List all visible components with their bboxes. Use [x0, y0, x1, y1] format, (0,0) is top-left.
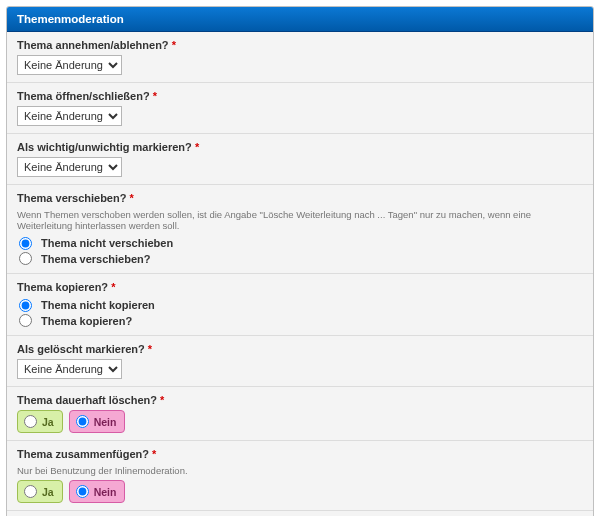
radio-copy-yes[interactable]: Thema kopieren? [17, 313, 583, 329]
label-copy: Thema kopieren? * [17, 281, 583, 297]
pill-no-text: Nein [94, 416, 117, 428]
row-move: Thema verschieben? * Wenn Themen verscho… [7, 184, 593, 273]
select-important[interactable]: Keine Änderung [17, 157, 122, 177]
select-approve[interactable]: Keine Änderung [17, 55, 122, 75]
label-harddel-text: Thema dauerhaft löschen? [17, 394, 157, 406]
label-move: Thema verschieben? * [17, 192, 583, 208]
select-openclose[interactable]: Keine Änderung [17, 106, 122, 126]
label-move-text: Thema verschieben? [17, 192, 126, 204]
label-deleted-text: Als gelöscht markieren? [17, 343, 145, 355]
panel-header: Themenmoderation [7, 7, 593, 32]
row-harddel: Thema dauerhaft löschen? * Ja Nein [7, 386, 593, 440]
pill-merge-yes[interactable]: Ja [17, 480, 63, 503]
required-mark: * [195, 141, 199, 153]
radio-copy-no-label: Thema nicht kopieren [41, 299, 155, 311]
panel-body: Thema annehmen/ablehnen? * Keine Änderun… [7, 32, 593, 516]
row-openclose: Thema öffnen/schließen? * Keine Änderung [7, 82, 593, 133]
desc-merge: Nur bei Benutzung der Inlinemoderation. [17, 465, 583, 476]
pill-harddel-yes[interactable]: Ja [17, 410, 63, 433]
select-deleted[interactable]: Keine Änderung [17, 359, 122, 379]
label-deleted: Als gelöscht markieren? * [17, 343, 583, 359]
radio-copy-no[interactable]: Thema nicht kopieren [17, 297, 583, 313]
pill-yes-text: Ja [42, 486, 54, 498]
label-merge-text: Thema zusammenfügen? [17, 448, 149, 460]
pill-merge-yes-input[interactable] [24, 485, 37, 498]
row-polldel: Umfrage löschen? * Ja Nein [7, 510, 593, 516]
yn-merge: Ja Nein [17, 480, 583, 503]
label-copy-text: Thema kopieren? [17, 281, 108, 293]
label-approve: Thema annehmen/ablehnen? * [17, 39, 583, 55]
required-mark: * [153, 90, 157, 102]
panel-title: Themenmoderation [17, 13, 124, 25]
label-important-text: Als wichtig/unwichtig markieren? [17, 141, 192, 153]
required-mark: * [111, 281, 115, 293]
pill-harddel-no[interactable]: Nein [69, 410, 126, 433]
radio-move-no[interactable]: Thema nicht verschieben [17, 235, 583, 251]
label-important: Als wichtig/unwichtig markieren? * [17, 141, 583, 157]
radio-move-yes[interactable]: Thema verschieben? [17, 251, 583, 267]
pill-merge-no-input[interactable] [76, 485, 89, 498]
desc-move: Wenn Themen verschoben werden sollen, is… [17, 209, 583, 231]
pill-harddel-yes-input[interactable] [24, 415, 37, 428]
label-approve-text: Thema annehmen/ablehnen? [17, 39, 169, 51]
required-mark: * [148, 343, 152, 355]
yn-harddel: Ja Nein [17, 410, 583, 433]
themenmoderation-panel: Themenmoderation Thema annehmen/ablehnen… [6, 6, 594, 516]
label-openclose: Thema öffnen/schließen? * [17, 90, 583, 106]
label-merge: Thema zusammenfügen? * [17, 448, 583, 464]
radio-copy-no-input[interactable] [19, 299, 32, 312]
row-copy: Thema kopieren? * Thema nicht kopieren T… [7, 273, 593, 335]
pill-harddel-no-input[interactable] [76, 415, 89, 428]
radio-move-yes-input[interactable] [19, 252, 32, 265]
pill-no-text: Nein [94, 486, 117, 498]
radio-copy-yes-input[interactable] [19, 314, 32, 327]
row-merge: Thema zusammenfügen? * Nur bei Benutzung… [7, 440, 593, 510]
row-important: Als wichtig/unwichtig markieren? * Keine… [7, 133, 593, 184]
label-harddel: Thema dauerhaft löschen? * [17, 394, 583, 410]
required-mark: * [160, 394, 164, 406]
row-deleted: Als gelöscht markieren? * Keine Änderung [7, 335, 593, 386]
radio-move-yes-label: Thema verschieben? [41, 253, 150, 265]
radio-copy-yes-label: Thema kopieren? [41, 315, 132, 327]
radio-move-no-label: Thema nicht verschieben [41, 237, 173, 249]
row-approve: Thema annehmen/ablehnen? * Keine Änderun… [7, 32, 593, 82]
pill-yes-text: Ja [42, 416, 54, 428]
required-mark: * [172, 39, 176, 51]
required-mark: * [152, 448, 156, 460]
required-mark: * [130, 192, 134, 204]
label-openclose-text: Thema öffnen/schließen? [17, 90, 150, 102]
radio-move-no-input[interactable] [19, 237, 32, 250]
pill-merge-no[interactable]: Nein [69, 480, 126, 503]
